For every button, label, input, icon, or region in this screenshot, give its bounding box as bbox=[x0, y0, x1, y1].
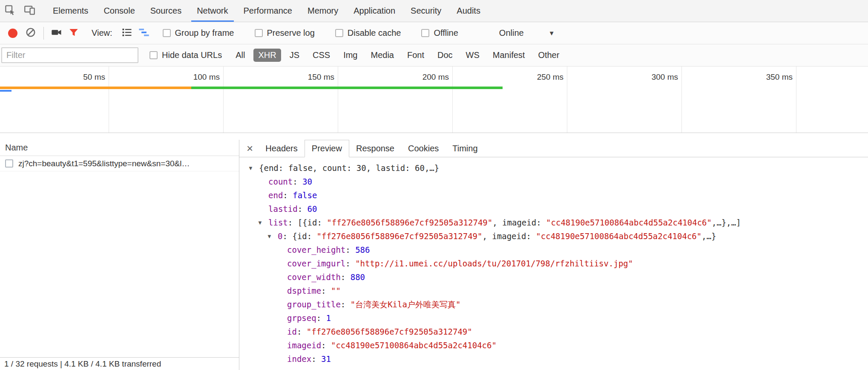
preview-line[interactable]: group_title: "台湾美女Kila户外唯美写真" bbox=[239, 298, 868, 311]
tab-security[interactable]: Security bbox=[403, 0, 449, 22]
filter-bar: Hide data URLs AllXHRJSCSSImgMediaFontDo… bbox=[0, 44, 868, 66]
capture-screenshots-button[interactable] bbox=[48, 25, 65, 42]
tab-network[interactable]: Network bbox=[189, 0, 236, 22]
token-key: grpseq bbox=[287, 313, 316, 323]
tab-elements[interactable]: Elements bbox=[45, 0, 96, 22]
token-plain: : bbox=[341, 272, 351, 282]
token-str: "cc48190e57100864abc4d55a2c4104c6" bbox=[331, 341, 497, 350]
tab-application[interactable]: Application bbox=[346, 0, 403, 22]
filter-input[interactable] bbox=[1, 47, 138, 63]
filter-type-font[interactable]: Font bbox=[402, 49, 429, 62]
token-num: 30 bbox=[302, 177, 312, 186]
filter-type-ws[interactable]: WS bbox=[461, 49, 484, 62]
preserve-log-checkbox[interactable] bbox=[255, 29, 263, 37]
timeline-bar bbox=[0, 87, 191, 89]
network-overview[interactable]: 50 ms100 ms150 ms200 ms250 ms300 ms350 m… bbox=[0, 66, 868, 140]
preview-line[interactable]: end: false bbox=[239, 188, 868, 202]
request-name: zj?ch=beauty&t1=595&listtype=new&sn=30&l… bbox=[18, 159, 239, 168]
preview-line[interactable]: dsptime: "" bbox=[239, 284, 868, 298]
token-str: "cc48190e57100864abc4d55a2c4104c6" bbox=[546, 218, 712, 227]
token-key: lastid bbox=[268, 204, 298, 214]
filter-type-all[interactable]: All bbox=[231, 49, 250, 62]
tab-performance[interactable]: Performance bbox=[236, 0, 300, 22]
preview-line[interactable]: id: "ff276e8056f58896e7cf92505a312749" bbox=[239, 325, 868, 338]
filter-type-media[interactable]: Media bbox=[366, 49, 398, 62]
token-plain: : bbox=[341, 300, 351, 309]
tab-audits[interactable]: Audits bbox=[449, 0, 488, 22]
use-large-rows-button[interactable] bbox=[118, 25, 135, 42]
token-key: 0 bbox=[278, 231, 282, 241]
filter-type-js[interactable]: JS bbox=[285, 49, 304, 62]
detail-tab-response[interactable]: Response bbox=[349, 140, 401, 157]
record-button[interactable] bbox=[5, 25, 22, 42]
disable-cache-checkbox[interactable] bbox=[335, 29, 343, 37]
requests-summary-bar: 1 / 32 requests | 4.1 KB / 4.1 KB transf… bbox=[0, 357, 239, 370]
preview-line[interactable]: ▼list: [{id: "ff276e8056f58896e7cf92505a… bbox=[239, 216, 868, 229]
request-row[interactable]: zj?ch=beauty&t1=595&listtype=new&sn=30&l… bbox=[0, 156, 239, 171]
timeline-gridline bbox=[223, 66, 224, 133]
detail-tab-headers[interactable]: Headers bbox=[259, 140, 305, 157]
token-str: "http://i1.umei.cc/uploads/tu/201701/798… bbox=[355, 259, 633, 268]
filter-type-xhr[interactable]: XHR bbox=[253, 49, 281, 62]
tab-memory[interactable]: Memory bbox=[300, 0, 346, 22]
checkbox-offline[interactable]: Offline bbox=[421, 28, 458, 38]
checkbox-preserve-log[interactable]: Preserve log bbox=[255, 28, 315, 38]
preview-line[interactable]: grpseq: 1 bbox=[239, 311, 868, 325]
token-num: 586 bbox=[355, 245, 370, 254]
filter-type-img[interactable]: Img bbox=[339, 49, 362, 62]
disclosure-triangle-icon[interactable]: ▼ bbox=[248, 162, 259, 175]
name-column-header[interactable]: Name bbox=[0, 140, 239, 156]
network-toolbar: View: Group by framePreserve logDisable … bbox=[0, 22, 868, 44]
timeline-label: 250 ms bbox=[537, 72, 563, 82]
overview-bottom-border bbox=[0, 133, 868, 133]
filter-type-css[interactable]: CSS bbox=[308, 49, 335, 62]
tab-sources[interactable]: Sources bbox=[143, 0, 189, 22]
detail-tab-cookies[interactable]: Cookies bbox=[401, 140, 445, 157]
token-num: 1 bbox=[326, 313, 331, 323]
token-key: end bbox=[268, 191, 283, 200]
token-plain: : bbox=[316, 313, 326, 323]
checkbox-disable-cache[interactable]: Disable cache bbox=[335, 28, 401, 38]
clear-button[interactable] bbox=[22, 25, 39, 42]
inspect-element-button[interactable] bbox=[0, 0, 20, 22]
preview-line[interactable]: imageid: "cc48190e57100864abc4d55a2c4104… bbox=[239, 338, 868, 352]
filter-type-manifest[interactable]: Manifest bbox=[488, 49, 530, 62]
detail-tab-preview[interactable]: Preview bbox=[305, 140, 349, 157]
show-overview-button[interactable] bbox=[135, 25, 152, 42]
token-plain: : bbox=[283, 191, 293, 200]
preview-line[interactable]: ▼{end: false, count: 30, lastid: 60,…} bbox=[239, 161, 868, 175]
preview-line[interactable]: cover_width: 880 bbox=[239, 270, 868, 284]
preview-line[interactable]: count: 30 bbox=[239, 175, 868, 188]
clear-icon bbox=[25, 27, 36, 40]
preview-line[interactable]: cover_height: 586 bbox=[239, 243, 868, 257]
preview-line[interactable]: cover_imgurl: "http://i1.umei.cc/uploads… bbox=[239, 257, 868, 270]
token-key: cover_imgurl bbox=[287, 259, 345, 268]
device-toolbar-button[interactable] bbox=[20, 0, 39, 22]
filter-toggle-button[interactable] bbox=[65, 25, 82, 42]
close-details-button[interactable]: × bbox=[241, 140, 259, 157]
preview-line[interactable]: ▼0: {id: "ff276e8056f58896e7cf92505a3127… bbox=[239, 229, 868, 243]
token-str: "台湾美女Kila户外唯美写真" bbox=[351, 300, 461, 309]
disclosure-triangle-icon[interactable]: ▼ bbox=[267, 230, 278, 243]
preview-line[interactable]: index: 31 bbox=[239, 352, 868, 366]
checkbox-hide-data-urls[interactable]: Hide data URLs bbox=[149, 50, 222, 60]
filter-type-other[interactable]: Other bbox=[533, 49, 564, 62]
checkbox-group-by-frame[interactable]: Group by frame bbox=[163, 28, 234, 38]
group-by-frame-checkbox[interactable] bbox=[163, 29, 171, 37]
token-str: "" bbox=[331, 286, 341, 295]
timeline-label: 200 ms bbox=[423, 72, 449, 82]
token-num: 31 bbox=[321, 354, 331, 364]
resource-type-filters: AllXHRJSCSSImgMediaFontDocWSManifestOthe… bbox=[227, 49, 564, 62]
hide-data-urls-checkbox[interactable] bbox=[149, 51, 158, 59]
tab-console[interactable]: Console bbox=[96, 0, 142, 22]
filter-type-doc[interactable]: Doc bbox=[433, 49, 457, 62]
preview-line[interactable]: lastid: 60 bbox=[239, 202, 868, 216]
disclosure-triangle-icon[interactable]: ▼ bbox=[257, 216, 268, 230]
timeline-gridline bbox=[796, 66, 796, 133]
throttling-select[interactable]: Online ▼ bbox=[499, 28, 555, 38]
offline-checkbox[interactable] bbox=[421, 29, 429, 37]
token-plain: : bbox=[321, 286, 331, 295]
requests-panel: Name zj?ch=beauty&t1=595&listtype=new&sn… bbox=[0, 140, 239, 370]
detail-tab-timing[interactable]: Timing bbox=[445, 140, 484, 157]
timeline-label: 50 ms bbox=[83, 72, 105, 82]
